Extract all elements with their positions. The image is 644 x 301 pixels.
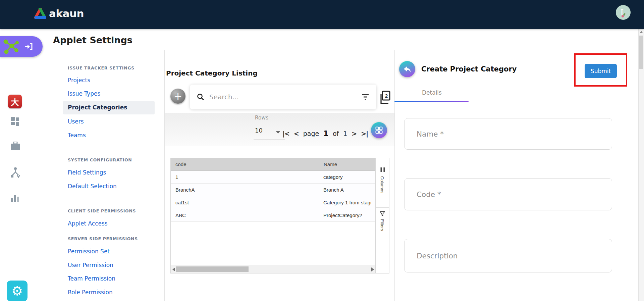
sidebar-item-issue-types[interactable]: Issue Types <box>68 90 100 97</box>
gear-icon: ⚙ <box>11 284 23 298</box>
column-header-name[interactable]: Name <box>319 158 375 170</box>
logo[interactable]: akaun <box>34 7 84 19</box>
duplicate-view-button[interactable]: 2 <box>378 90 392 105</box>
cell-name: Category 1 from stagi <box>319 196 375 209</box>
sidebar-item-user-permission[interactable]: User Permission <box>68 262 113 268</box>
cell-code: ABC <box>171 209 319 221</box>
nav-section-server-side-permissions: SERVER SIDE PERMISSIONS <box>68 236 138 241</box>
pagination: |< < page 1 of 1 > >| <box>282 127 368 140</box>
red-app-glyph: 大 <box>11 96 19 107</box>
search-input[interactable] <box>209 93 361 101</box>
briefcase-icon[interactable] <box>10 142 20 151</box>
page-scrollbar[interactable] <box>638 29 644 301</box>
sidebar-item-team-permission[interactable]: Team Permission <box>68 275 115 282</box>
sidebar-item-projects[interactable]: Projects <box>68 77 90 84</box>
side-tabs-divider <box>376 207 389 208</box>
search-bar <box>190 85 376 109</box>
logo-triangle-icon <box>34 8 46 19</box>
code-input[interactable] <box>405 179 612 210</box>
back-button[interactable] <box>399 61 415 77</box>
table-header-row[interactable]: code Name <box>171 158 375 171</box>
app-window: akaun L 大 <box>0 0 644 301</box>
user-avatar[interactable]: L <box>616 5 631 20</box>
hscrollbar-thumb[interactable] <box>176 266 249 272</box>
workflow-people-icon[interactable] <box>10 167 20 178</box>
current-page: 1 <box>323 130 328 138</box>
nav-section-issue-tracker: ISSUE TRACKER SETTINGS <box>68 65 135 70</box>
table-row[interactable]: BranchA Branch A <box>171 184 375 196</box>
chevron-down-icon <box>276 131 280 134</box>
molecule-icon <box>3 39 21 54</box>
rail-item-app-red[interactable]: 大 <box>8 95 22 108</box>
previous-page-button[interactable]: < <box>294 130 299 137</box>
table-row[interactable]: cat1st Category 1 from stagi <box>171 196 375 209</box>
total-pages: 1 <box>343 130 347 137</box>
filter-icon[interactable] <box>361 93 370 101</box>
cell-name: category <box>319 171 375 183</box>
enter-arrow-icon <box>24 43 33 51</box>
tab-columns[interactable]: Columns <box>380 176 385 193</box>
column-header-code[interactable]: code <box>171 158 319 170</box>
sidebar-item-permission-set[interactable]: Permission Set <box>68 248 110 255</box>
table-grid: code Name 1 category BranchA Branch A ca… <box>171 158 375 273</box>
sidebar-item-default-selection[interactable]: Default Selection <box>68 183 117 190</box>
dashboard-icon[interactable] <box>11 117 20 126</box>
pages-count-label: 2 <box>384 93 389 99</box>
tab-details[interactable]: Details <box>422 89 442 96</box>
next-page-button[interactable]: > <box>352 130 357 137</box>
table-side-tabs: Columns Filters <box>375 158 389 273</box>
description-input[interactable] <box>405 239 612 272</box>
app-header: akaun L <box>0 0 644 29</box>
name-field-wrap <box>404 118 612 150</box>
bar-chart-icon[interactable] <box>11 193 20 202</box>
columns-icon[interactable] <box>380 167 385 172</box>
applet-rail: 大 ⚙ L <box>0 29 35 301</box>
scroll-left-arrow-icon[interactable] <box>172 267 175 271</box>
first-page-button[interactable]: |< <box>282 130 289 137</box>
sidebar-item-applet-access[interactable]: Applet Access <box>68 220 108 227</box>
search-icon <box>197 93 205 101</box>
submit-button[interactable]: Submit <box>585 64 617 78</box>
rows-label: Rows <box>255 115 268 121</box>
name-input[interactable] <box>405 118 612 149</box>
add-category-button[interactable]: + <box>170 89 185 104</box>
cell-code: 1 <box>171 171 319 183</box>
filters-funnel-icon[interactable] <box>380 211 385 216</box>
sidebar-item-project-categories[interactable]: Project Categories <box>68 104 127 111</box>
cell-code: cat1st <box>171 196 319 209</box>
scroll-right-arrow-icon[interactable] <box>371 267 374 271</box>
back-arrow-icon <box>402 64 412 74</box>
scrollbar-thumb[interactable] <box>639 36 643 69</box>
plus-icon: + <box>174 90 182 102</box>
sidebar-item-role-permission[interactable]: Role Permission <box>68 289 113 296</box>
code-field-wrap <box>404 178 612 210</box>
panel-title: Create Project Category <box>421 65 517 73</box>
page-word: page <box>303 130 319 137</box>
sidebar-item-field-settings[interactable]: Field Settings <box>68 169 106 176</box>
tab-bar-divider <box>394 102 623 102</box>
page-title: Applet Settings <box>53 35 132 45</box>
table-row[interactable]: 1 category <box>171 171 375 184</box>
nav-section-system-configuration: SYSTEM CONFIGURATION <box>68 157 132 162</box>
cell-name: Branch A <box>319 184 375 196</box>
scroll-up-arrow-icon[interactable] <box>640 31 643 33</box>
divider-nav-listing <box>164 50 165 301</box>
table-row[interactable]: ABC ProjectCategory2 <box>171 209 375 222</box>
last-page-button[interactable]: >| <box>361 130 368 137</box>
nav-section-client-side-permissions: CLIENT SIDE PERMISSIONS <box>68 208 136 213</box>
divider-listing-panel <box>394 50 395 301</box>
sidebar-item-users[interactable]: Users <box>68 118 84 125</box>
active-applet-badge[interactable] <box>0 36 43 57</box>
cell-name: ProjectCategory2 <box>319 209 375 221</box>
grid-view-button[interactable] <box>371 122 387 138</box>
sidebar-item-teams[interactable]: Teams <box>68 132 86 139</box>
of-word: of <box>333 130 339 137</box>
rows-per-page-select[interactable]: 10 <box>254 125 285 140</box>
listing-title: Project Category Listing <box>166 69 258 77</box>
cell-code: BranchA <box>171 184 319 196</box>
tab-filters[interactable]: Filters <box>380 219 385 231</box>
settings-gear-button[interactable]: ⚙ <box>7 281 28 301</box>
divider-panel-edge <box>623 50 623 301</box>
logo-text: akaun <box>49 7 84 19</box>
table-horizontal-scrollbar[interactable] <box>171 265 375 273</box>
